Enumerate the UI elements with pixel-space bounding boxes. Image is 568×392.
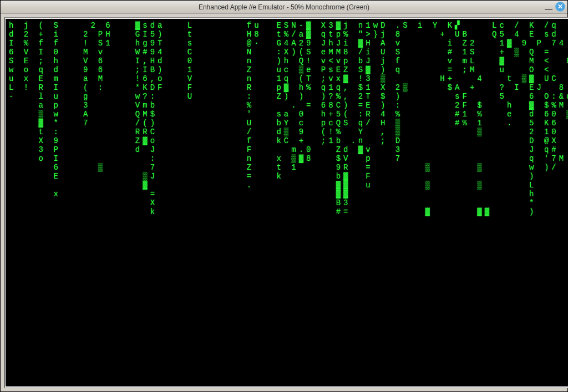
- close-button[interactable]: ✕: [555, 2, 565, 12]
- titlebar[interactable]: Enhanced Apple //e Emulator - 50% Monoch…: [1, 1, 567, 14]
- screen-frame: h j ( S 2 6 ▓sda L fu ESN-▓ X3▓j n1wD .S…: [4, 17, 568, 388]
- app-window: Enhanced Apple //e Emulator - 50% Monoch…: [0, 0, 568, 392]
- minimize-button[interactable]: —: [544, 2, 553, 11]
- window-title: Enhanced Apple //e Emulator - 50% Monoch…: [199, 3, 369, 11]
- window-controls: — ✕: [544, 2, 565, 12]
- emulator-screen[interactable]: h j ( S 2 6 ▓sda L fu ESN-▓ X3▓j n1wD .S…: [6, 19, 568, 386]
- body-area: h j ( S 2 6 ▓sda L fu ESN-▓ X3▓j n1wD .S…: [1, 14, 567, 391]
